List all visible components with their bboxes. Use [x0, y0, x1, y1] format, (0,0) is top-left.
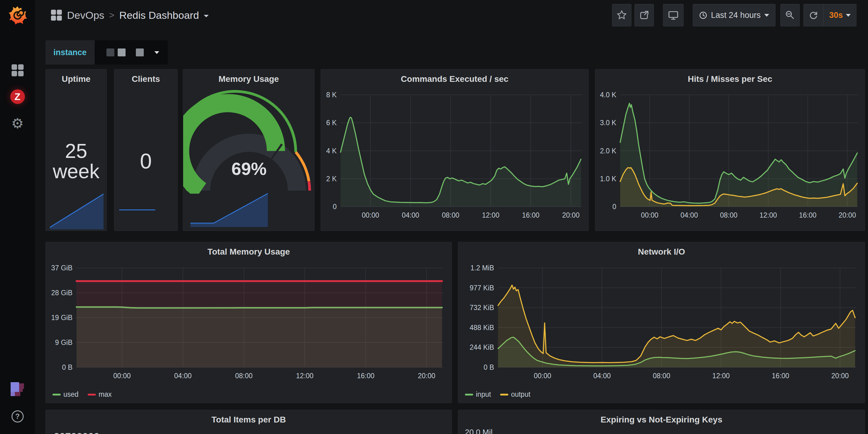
- svg-text:12:00: 12:00: [760, 211, 777, 219]
- svg-text:08:00: 08:00: [720, 211, 738, 219]
- svg-text:16:00: 16:00: [772, 372, 789, 380]
- series-color-swatch: [465, 394, 473, 396]
- breadcrumb-dashboard-title[interactable]: Redis Dashboard: [119, 9, 199, 21]
- svg-text:12:00: 12:00: [296, 372, 314, 380]
- toolbar: Last 24 hours 30s: [612, 4, 857, 26]
- zabbix-z-icon: Z: [10, 90, 25, 104]
- svg-text:20:00: 20:00: [562, 211, 580, 219]
- time-range-caret: [764, 14, 769, 17]
- star-icon: [616, 10, 627, 21]
- uptime-sparkline: [48, 191, 105, 230]
- panel-hits-misses: Hits / Misses per Sec 00:0004:0008:0012:…: [595, 69, 865, 231]
- svg-text:4 K: 4 K: [326, 147, 337, 155]
- clients-value: 0: [114, 151, 178, 172]
- series-color-swatch: [500, 394, 508, 396]
- breadcrumb-separator: >: [109, 10, 115, 20]
- panel-memory-usage-gauge: Memory Usage 69%: [183, 69, 314, 231]
- svg-text:00:00: 00:00: [113, 372, 131, 380]
- panel-total-items-per-db: Total Items per DB 20700000: [45, 410, 452, 434]
- uptime-value: 25week: [46, 141, 106, 182]
- panel-uptime: Uptime 25week: [45, 69, 107, 231]
- panel-title[interactable]: Memory Usage: [183, 74, 314, 84]
- svg-text:08:00: 08:00: [442, 211, 460, 219]
- hits-misses-chart[interactable]: 00:0004:0008:0012:0016:0020:0001.0 K2.0 …: [595, 69, 865, 231]
- panel-title[interactable]: Total Items per DB: [46, 415, 452, 425]
- grafana-flame-icon: [8, 6, 27, 25]
- svg-text:20:00: 20:00: [418, 372, 436, 380]
- redacted-value-block: [118, 48, 126, 56]
- panel-commands-executed: Commands Executed / sec 00:0004:0008:001…: [320, 69, 589, 231]
- svg-text:16:00: 16:00: [357, 372, 375, 380]
- template-variable-row: instance: [45, 40, 168, 65]
- svg-text:20:00: 20:00: [831, 372, 849, 380]
- zoom-out-icon: [785, 10, 795, 20]
- tv-mode-button[interactable]: [663, 4, 684, 26]
- refresh-interval-label: 30s: [829, 11, 843, 20]
- refresh-group: 30s: [803, 4, 857, 26]
- svg-text:244 KiB: 244 KiB: [469, 343, 494, 351]
- commands-chart[interactable]: 00:0004:0008:0012:0016:0020:0002 K4 K6 K…: [321, 69, 588, 231]
- series-color-swatch: [88, 394, 96, 396]
- dashboard-dropdown-caret[interactable]: [204, 15, 209, 17]
- svg-text:04:00: 04:00: [174, 372, 192, 380]
- panel-expiring-keys: Expiring vs Not-Expiring Keys 20.0 Mil: [458, 410, 865, 434]
- svg-text:1.0 K: 1.0 K: [600, 175, 616, 183]
- svg-text:19 GiB: 19 GiB: [51, 314, 72, 322]
- panel-title[interactable]: Expiring vs Not-Expiring Keys: [458, 415, 865, 425]
- grafana-logo[interactable]: [0, 5, 35, 25]
- clients-sparkline: [118, 191, 175, 230]
- dashboard-grid-icon[interactable]: [51, 9, 62, 21]
- svg-text:04:00: 04:00: [593, 372, 611, 380]
- sidebar-item-settings[interactable]: ⚙: [0, 116, 35, 131]
- memory-usage-sparkline: [188, 190, 310, 228]
- sidebar-item-zabbix[interactable]: Z: [0, 90, 35, 104]
- legend-item-max[interactable]: max: [88, 390, 112, 399]
- panel-network-io: Network I/O 00:0004:0008:0012:0016:0020:…: [458, 242, 865, 403]
- total-memory-chart[interactable]: 00:0004:0008:0012:0016:0020:000 B9 GiB19…: [46, 242, 452, 403]
- svg-text:0 B: 0 B: [484, 363, 494, 371]
- time-range-picker[interactable]: Last 24 hours: [693, 4, 775, 26]
- star-button[interactable]: [612, 4, 631, 26]
- svg-text:00:00: 00:00: [362, 211, 379, 219]
- svg-text:08:00: 08:00: [653, 372, 670, 380]
- network-io-chart[interactable]: 00:0004:0008:0012:0016:0020:000 B244 KiB…: [458, 242, 865, 403]
- gear-icon: ⚙: [11, 116, 24, 130]
- svg-text:977 KiB: 977 KiB: [469, 284, 494, 292]
- refresh-icon: [808, 10, 818, 20]
- svg-text:12:00: 12:00: [712, 372, 730, 380]
- svg-text:3.0 K: 3.0 K: [600, 119, 616, 127]
- svg-text:28 GiB: 28 GiB: [51, 289, 72, 297]
- svg-text:732 KiB: 732 KiB: [469, 304, 494, 311]
- svg-text:6 K: 6 K: [326, 119, 337, 127]
- breadcrumb-folder[interactable]: DevOps: [67, 9, 104, 21]
- panel-title[interactable]: Clients: [114, 74, 178, 84]
- user-avatar: [11, 382, 25, 396]
- redacted-value-block: [106, 48, 114, 56]
- sidebar-item-help[interactable]: ?: [0, 409, 35, 424]
- legend-item-used[interactable]: used: [53, 390, 79, 399]
- zoom-out-button[interactable]: [780, 4, 800, 26]
- clock-icon: [699, 11, 707, 20]
- legend-item-output[interactable]: output: [500, 390, 530, 399]
- breadcrumb: DevOps > Redis Dashboard: [51, 9, 209, 21]
- monitor-icon: [668, 9, 679, 21]
- instance-dropdown-caret: [154, 51, 159, 54]
- instance-variable-dropdown[interactable]: [95, 40, 168, 65]
- share-button[interactable]: [634, 4, 654, 26]
- redacted-value-block: [136, 48, 144, 56]
- refresh-interval-dropdown[interactable]: 30s: [824, 4, 856, 26]
- svg-text:16:00: 16:00: [522, 211, 539, 219]
- share-icon: [639, 10, 650, 21]
- grafana-dashboard: Z ⚙ ? DevOps > Redis Dashboar: [0, 0, 868, 434]
- legend: used max: [53, 390, 112, 399]
- legend-item-input[interactable]: input: [465, 390, 491, 399]
- refresh-button[interactable]: [804, 4, 824, 26]
- panel-title[interactable]: Uptime: [46, 74, 106, 84]
- svg-text:1.2 MiB: 1.2 MiB: [470, 264, 494, 272]
- panel-clients: Clients 0: [114, 69, 178, 231]
- svg-text:16:00: 16:00: [799, 211, 817, 219]
- svg-text:2 K: 2 K: [326, 175, 337, 183]
- sidebar-item-dashboards[interactable]: [0, 63, 35, 77]
- svg-text:0: 0: [612, 203, 616, 211]
- sidebar-item-profile[interactable]: [0, 381, 35, 397]
